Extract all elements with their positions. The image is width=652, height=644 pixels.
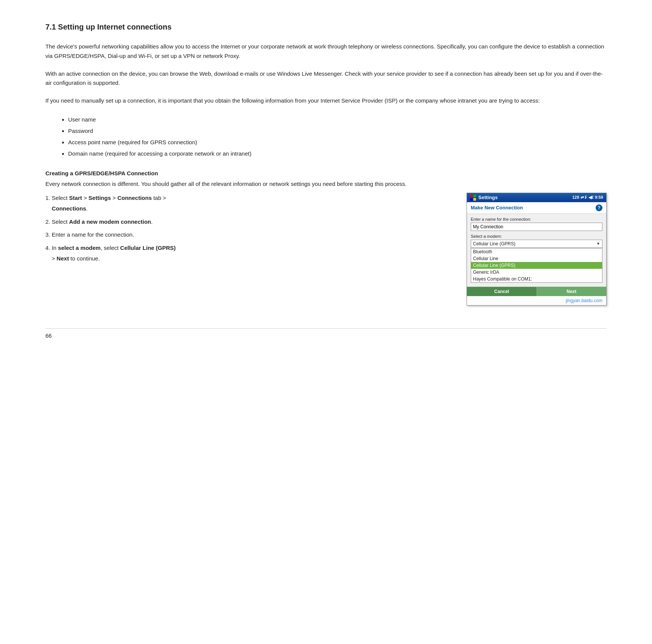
step-1: 1. Select Start > Settings > Connections… — [45, 193, 451, 214]
list-item: Password — [68, 125, 607, 137]
dialog-header: Make New Connection ? — [467, 202, 606, 214]
steps-list: 1. Select Start > Settings > Connections… — [45, 193, 451, 264]
footer-divider — [45, 328, 607, 329]
step-1-text: Select Start > Settings > Connections ta… — [45, 195, 166, 212]
steps-and-dialog: 1. Select Start > Settings > Connections… — [45, 193, 607, 306]
list-item: User name — [68, 114, 607, 125]
modem-selected-value: Cellular Line (GPRS) — [473, 241, 515, 246]
section-title: 7.1 Setting up Internet connections — [45, 23, 607, 31]
step-3-text: 3. Enter a name for the connection. — [45, 231, 134, 238]
titlebar-left: Settings — [470, 195, 498, 201]
paragraph-3: If you need to manually set up a connect… — [45, 96, 607, 106]
next-button[interactable]: Next — [537, 287, 607, 296]
dropdown-arrow-icon: ▼ — [596, 242, 600, 246]
settings-dialog: Settings 128 ⇌ ₣ ◀€ 9:59 Make New Connec… — [467, 193, 607, 306]
step-2-text: 2. Select Add a new modem connection. — [45, 218, 152, 225]
dialog-footer: Cancel Next — [467, 287, 606, 296]
titlebar-app-name: Settings — [478, 195, 498, 200]
connection-name-label: Enter a name for the connection: — [471, 217, 602, 221]
connection-name-input[interactable] — [471, 223, 602, 231]
subsection-title: Creating a GPRS/EDGE/HSPA Connection — [45, 170, 607, 176]
dropdown-option-cellular-line[interactable]: Cellular Line — [471, 255, 602, 262]
svg-rect-3 — [473, 198, 476, 201]
modem-dropdown[interactable]: Bluetooth Cellular Line Cellular Line (G… — [471, 248, 602, 283]
dropdown-option-bluetooth[interactable]: Bluetooth — [471, 248, 602, 255]
watermark-text: jingyan.baidu.com — [566, 298, 602, 303]
footer-area: 66 — [45, 328, 607, 339]
windows-logo-icon — [470, 195, 476, 201]
step-1-number: 1. — [45, 195, 52, 201]
step-3: 3. Enter a name for the connection. — [45, 229, 451, 240]
dialog-body: Enter a name for the connection: Select … — [467, 214, 606, 287]
dropdown-option-generic-irda[interactable]: Generic IrDA — [471, 269, 602, 276]
dropdown-option-hayes[interactable]: Hayes Compatible on COM1: — [471, 276, 602, 282]
step-4-text: 4. In select a modem, select Cellular Li… — [45, 245, 176, 262]
paragraph-1: The device's powerful networking capabil… — [45, 42, 607, 61]
bullet-list: User name Password Access point name (re… — [68, 114, 607, 159]
watermark-area: jingyan.baidu.com — [467, 296, 606, 305]
subsection-intro: Every network connection is different. Y… — [45, 179, 607, 189]
step-2: 2. Select Add a new modem connection. — [45, 217, 451, 228]
help-button[interactable]: ? — [596, 204, 602, 211]
list-item: Access point name (required for GPRS con… — [68, 137, 607, 148]
titlebar-status: 128 ⇌ ₣ ◀€ 9:59 — [572, 195, 603, 200]
step-4: 4. In select a modem, select Cellular Li… — [45, 243, 451, 264]
page-number: 66 — [45, 332, 52, 339]
titlebar-status-text: 128 ⇌ ₣ ◀€ 9:59 — [572, 195, 603, 200]
svg-rect-2 — [470, 198, 473, 201]
modem-select-display[interactable]: Cellular Line (GPRS) ▼ — [471, 240, 602, 248]
dropdown-option-cellular-gprs[interactable]: Cellular Line (GPRS) — [471, 262, 602, 269]
cancel-button[interactable]: Cancel — [467, 287, 537, 296]
dialog-titlebar: Settings 128 ⇌ ₣ ◀€ 9:59 — [467, 193, 606, 202]
paragraph-2: With an active connection on the device,… — [45, 69, 607, 88]
dialog-header-title: Make New Connection — [471, 205, 523, 211]
svg-rect-1 — [473, 195, 476, 197]
steps-text: 1. Select Start > Settings > Connections… — [45, 193, 451, 267]
svg-rect-0 — [470, 195, 473, 197]
modem-select-label: Select a modem: — [471, 234, 602, 239]
list-item: Domain name (required for accessing a co… — [68, 148, 607, 159]
modem-select-container[interactable]: Cellular Line (GPRS) ▼ Bluetooth Cellula… — [471, 240, 602, 283]
